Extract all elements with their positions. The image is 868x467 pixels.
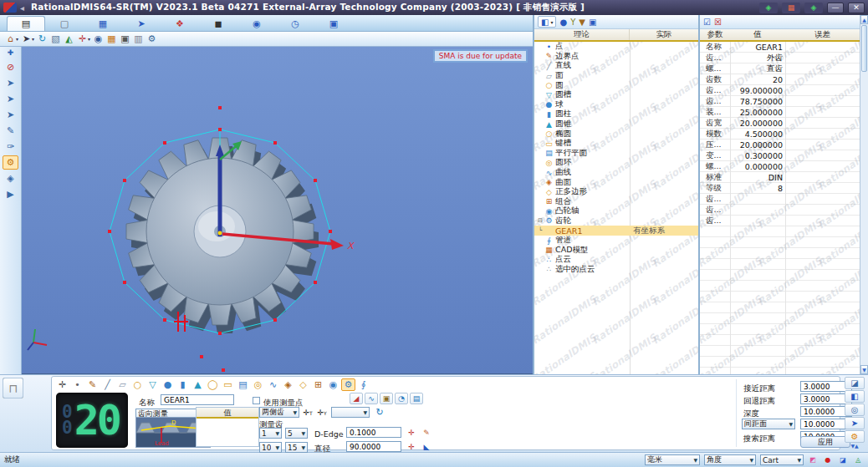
view-toggle-button[interactable]: ▤: [410, 393, 423, 404]
tree-item[interactable]: ▦ CAD模型: [534, 245, 698, 255]
ribbon-tab[interactable]: ◼: [199, 16, 237, 31]
vertical-scrollbar[interactable]: ▲ ▼: [860, 15, 868, 374]
tree-header-icon[interactable]: ▣: [589, 18, 596, 27]
probe-tool-button[interactable]: ✎: [3, 124, 18, 138]
tree-item[interactable]: ▲ 圆锥: [534, 119, 698, 129]
tree-item[interactable]: ⊟ ⚙ 齿轮: [534, 216, 698, 226]
param-row[interactable]: 螺... 0.000000: [700, 161, 860, 172]
feature-type-button[interactable]: ▱: [115, 378, 130, 391]
feature-type-button[interactable]: ◈: [281, 378, 295, 391]
probe-tool-button[interactable]: ✑: [3, 140, 18, 154]
coord-select[interactable]: Cart▼: [760, 454, 804, 465]
feature-type-button[interactable]: •: [70, 378, 84, 391]
param-row[interactable]: 名称 GEAR1: [700, 42, 860, 53]
param-row[interactable]: 等级 8: [700, 183, 860, 194]
probe-tool-button[interactable]: ◈: [3, 171, 18, 185]
refresh-icon[interactable]: ↻: [373, 406, 386, 418]
value-list[interactable]: 值: [196, 407, 259, 447]
view-toggle-button[interactable]: ∿: [365, 393, 378, 404]
scroll-down-arrow[interactable]: ▼: [860, 365, 868, 374]
status-icon[interactable]: ◪: [837, 455, 849, 465]
units-select[interactable]: 毫米▼: [645, 454, 700, 465]
probe-tool-button[interactable]: ➤: [3, 76, 18, 90]
param-row[interactable]: 齿宽 20.000000: [700, 118, 860, 129]
tree-item[interactable]: ○ 圆: [534, 80, 698, 90]
viewport-3d[interactable]: SMA is due for update: [22, 47, 533, 374]
delete-icon[interactable]: ☒: [714, 18, 722, 27]
param-row[interactable]: 模数 4.500000: [700, 129, 860, 140]
minimize-button[interactable]: —: [827, 3, 844, 13]
ribbon-tab[interactable]: ➤: [122, 16, 161, 31]
scroll-thumb[interactable]: [861, 25, 867, 72]
machine-status-icon[interactable]: ▦: [782, 3, 800, 13]
tree-item[interactable]: ● 球: [534, 100, 698, 110]
feature-type-button[interactable]: ◯: [206, 378, 220, 391]
toolbar-button[interactable]: ➤ ▾: [19, 33, 34, 45]
toolbar-button[interactable]: ◭: [62, 33, 74, 45]
strip-collapse-icon[interactable]: ▼▲: [850, 444, 858, 449]
probe-tool-button[interactable]: ➤: [3, 92, 18, 106]
tooth-from2-select[interactable]: 10▼: [259, 442, 282, 453]
side-tool-button[interactable]: ➤: [845, 417, 865, 429]
toolbar-button[interactable]: ▥: [131, 33, 144, 45]
tree-header-icon[interactable]: ▼: [579, 18, 585, 27]
feature-type-button[interactable]: ▤: [236, 378, 250, 391]
toolbar-button[interactable]: ◉: [91, 33, 104, 45]
tree-item[interactable]: ▱ 面: [534, 71, 698, 81]
toolbar-button[interactable]: ↻: [35, 33, 48, 45]
pin-icon[interactable]: ✚: [8, 48, 14, 58]
param-row[interactable]: 齿... 外齿: [700, 53, 860, 63]
tree-item[interactable]: ∮ 管道: [534, 236, 698, 246]
param-row[interactable]: 标准 DIN: [700, 172, 860, 183]
param-row[interactable]: 装... 25.000000: [700, 107, 860, 118]
view-toggle-button[interactable]: ◢: [350, 393, 363, 404]
ribbon-tab[interactable]: ◉: [237, 16, 276, 31]
angle-select[interactable]: 角度▼: [704, 454, 756, 465]
use-points-checkbox[interactable]: [253, 397, 260, 404]
tree-item[interactable]: • 点: [534, 42, 698, 52]
ribbon-tab[interactable]: ▦: [84, 16, 122, 31]
side-tool-button[interactable]: ⚙: [845, 430, 865, 443]
probe-tool-button[interactable]: ➤: [3, 108, 18, 122]
tree-item[interactable]: ◉ 凸轮轴: [534, 206, 698, 216]
sma-update-badge[interactable]: SMA is due for update: [433, 49, 528, 63]
tree-item[interactable]: ✎ 边界点: [534, 52, 698, 62]
ribbon-tab[interactable]: ▤: [7, 16, 45, 31]
probe-angle-icon[interactable]: ✛: [405, 427, 418, 439]
tree-item[interactable]: ∿ 曲线: [534, 168, 698, 178]
status-icon[interactable]: ●: [822, 455, 834, 465]
param-row[interactable]: 齿... 78.750000: [700, 96, 860, 107]
tree-item[interactable]: ⊞ 组合: [534, 197, 698, 207]
mode-button[interactable]: ⊓: [3, 378, 23, 398]
param-row[interactable]: 螺... 直齿: [700, 63, 860, 74]
param-row[interactable]: 压... 20.000000: [700, 140, 860, 150]
toolbar-button[interactable]: ▣: [118, 33, 130, 45]
tree-item[interactable]: ╱ 直线: [534, 61, 698, 71]
tree-item[interactable]: ∴ 选中的点云: [534, 265, 698, 275]
close-button[interactable]: ✕: [848, 3, 865, 13]
feature-type-button[interactable]: ◉: [326, 378, 340, 391]
feature-type-button[interactable]: ▽: [146, 378, 160, 391]
tooth-from-select[interactable]: 1▼: [259, 428, 282, 439]
side-tool-button[interactable]: ◪: [845, 377, 865, 389]
feature-type-button[interactable]: ◎: [251, 378, 265, 391]
toolbar-button[interactable]: ▧: [49, 33, 61, 45]
tree-item[interactable]: ◈ 曲面: [534, 177, 698, 187]
toolbar-button[interactable]: ⚙: [145, 33, 157, 45]
col-actual[interactable]: 实际: [630, 29, 698, 40]
name-input[interactable]: [161, 394, 234, 405]
tree-item[interactable]: ∴ 点云: [534, 255, 698, 265]
probe-dir-icon[interactable]: ✛: [405, 441, 418, 453]
feature-type-button[interactable]: ✎: [85, 378, 100, 391]
feature-type-button[interactable]: ✛: [55, 378, 69, 391]
tree-header-icon[interactable]: Y: [570, 18, 575, 27]
feature-type-button[interactable]: ●: [161, 378, 175, 391]
param-row[interactable]: 齿...: [700, 205, 860, 216]
tooth-to2-select[interactable]: 15▼: [285, 442, 308, 453]
feature-type-button[interactable]: ○: [130, 378, 145, 391]
flank-side-select[interactable]: 两侧齿▼: [259, 407, 299, 418]
feature-type-button[interactable]: ⚙: [341, 378, 355, 391]
edit-edge-icon[interactable]: ✎: [420, 427, 433, 439]
view-toggle-button[interactable]: ▣: [380, 393, 393, 404]
tree-header-icon[interactable]: ●: [559, 18, 567, 27]
